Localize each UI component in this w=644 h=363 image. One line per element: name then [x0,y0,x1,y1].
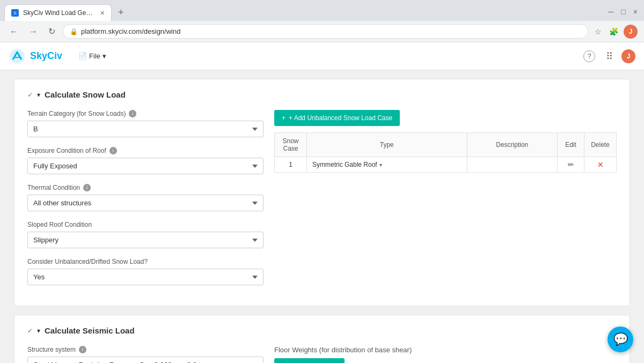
thermal-condition-group: Thermal Condition i All other structures [27,184,264,211]
exposure-condition-label: Exposure Condition of Roof i [27,147,264,154]
bookmark-button[interactable]: ☆ [592,25,604,38]
structure-system-select[interactable]: Steel Moment-Resisting Frames - Cₜ = 0.0… [27,357,264,363]
snow-section-toggle[interactable]: ✓ [27,91,33,99]
seismic-section-toggle[interactable]: ✓ [27,327,33,335]
type-col-header: Type [307,133,467,157]
svg-point-0 [10,49,25,64]
floor-weights-title: Floor Weights (for distribution of base … [274,346,617,354]
file-icon: 📄 [78,52,87,60]
terrain-info-icon[interactable]: i [129,110,136,117]
snow-case-row: 1 Symmetric Gable Roof ▾ ✏ [275,157,617,173]
seismic-form-left: Structure system i Steel Moment-Resistin… [27,346,264,363]
main-content: ✓ ▾ Calculate Snow Load Terrain Category… [5,70,639,363]
snow-load-section: ✓ ▾ Calculate Snow Load Terrain Category… [14,79,630,306]
edit-col-header: Edit [558,133,584,157]
terrain-category-label: Terrain Category (for Snow Loads) i [27,110,264,117]
add-snow-case-button[interactable]: + + Add Unbalanced Snow Load Case [274,110,400,126]
tab-close-button[interactable]: × [100,9,105,17]
unbalanced-snow-group: Consider Unbalanced/Drifted Snow Load? Y… [27,258,264,285]
tab-favicon: S [11,9,19,17]
sloped-roof-group: Sloped Roof Condition Slippery [27,221,264,248]
help-icon: ? [583,50,595,62]
sloped-roof-label: Sloped Roof Condition [27,221,264,228]
unbalanced-snow-select[interactable]: Yes [27,269,264,285]
snow-type-arrow-icon: ▾ [379,162,382,168]
seismic-section-header: ✓ ▾ Calculate Seismic Load [27,326,617,335]
maximize-button[interactable]: □ [619,5,627,18]
seismic-load-section: ✓ ▾ Calculate Seismic Load Structure sys… [14,315,630,363]
exposure-condition-group: Exposure Condition of Roof i Fully Expos… [27,147,264,174]
browser-tab[interactable]: S SkyCiv Wind Load Genera... × [4,4,112,21]
snow-case-edit-button[interactable]: ✏ [568,160,574,169]
snow-cases-table: Snow Case Type Description Edit Delete 1 [274,132,617,173]
add-snow-case-label: + Add Unbalanced Snow Load Case [289,114,392,122]
add-floor-button[interactable]: + + Add Floor Data [274,358,345,363]
header-right: ? ⠿ J [581,48,635,64]
delete-col-header: Delete [584,133,617,157]
structure-system-group: Structure system i Steel Moment-Resistin… [27,346,264,363]
apps-grid-button[interactable]: ⠿ [604,48,615,64]
skyciv-logo-icon [9,48,26,65]
seismic-form-right: Floor Weights (for distribution of base … [274,346,617,363]
file-menu-button[interactable]: 📄 File ▾ [73,49,112,63]
snow-case-edit-cell: ✏ [558,157,584,173]
exposure-condition-select[interactable]: Fully Exposed [27,158,264,174]
structure-system-info-icon[interactable]: i [79,346,86,353]
terrain-category-select[interactable]: B [27,121,264,137]
terrain-category-group: Terrain Category (for Snow Loads) i B [27,110,264,137]
snow-section-title: Calculate Snow Load [45,90,126,99]
address-text: platform.skyciv.com/design/wind [81,27,581,35]
seismic-section-title: Calculate Seismic Load [45,326,135,335]
app-header: SkyCiv 📄 File ▾ ? ⠿ J [0,42,644,70]
seismic-section-chevron[interactable]: ▾ [37,327,40,335]
snow-section-chevron[interactable]: ▾ [37,91,40,99]
thermal-condition-select[interactable]: All other structures [27,195,264,211]
seismic-form-container: Structure system i Steel Moment-Resistin… [27,346,617,363]
snow-type-dropdown[interactable]: Symmetric Gable Roof ▾ [312,161,462,168]
chat-button[interactable]: 💬 [608,327,633,352]
snow-form-container: Terrain Category (for Snow Loads) i B Ex… [27,110,617,295]
tab-title: SkyCiv Wind Load Genera... [23,9,96,17]
extensions-button[interactable]: 🧩 [607,25,620,38]
lock-icon: 🔒 [70,28,78,35]
snow-case-delete-cell: ✕ [584,157,617,173]
exposure-info-icon[interactable]: i [109,147,117,154]
forward-button[interactable]: → [26,25,41,39]
structure-system-label: Structure system i [27,346,264,353]
close-window-button[interactable]: × [631,5,640,18]
file-menu-label: File [89,52,100,60]
browser-profile-avatar[interactable]: J [624,25,638,39]
snow-case-delete-button[interactable]: ✕ [597,160,604,169]
thermal-condition-label: Thermal Condition i [27,184,264,191]
refresh-button[interactable]: ↻ [45,24,58,39]
file-menu-arrow: ▾ [103,52,106,60]
app-logo: SkyCiv [9,48,62,65]
help-button[interactable]: ? [581,48,597,64]
snow-case-col-header: Snow Case [275,133,307,157]
snow-case-number: 1 [275,157,307,173]
unbalanced-snow-label: Consider Unbalanced/Drifted Snow Load? [27,258,264,265]
address-bar[interactable]: 🔒 platform.skyciv.com/design/wind [63,24,588,39]
snow-section-header: ✓ ▾ Calculate Snow Load [27,90,617,99]
grid-icon: ⠿ [606,51,613,62]
back-button[interactable]: ← [6,25,21,39]
snow-case-description [467,157,557,173]
snow-form-left: Terrain Category (for Snow Loads) i B Ex… [27,110,264,295]
user-profile-avatar[interactable]: J [621,49,635,63]
thermal-info-icon[interactable]: i [83,184,91,191]
chat-icon: 💬 [613,332,628,346]
description-col-header: Description [467,133,557,157]
snow-case-type-cell: Symmetric Gable Roof ▾ [307,157,467,173]
add-snow-case-icon: + [282,114,286,122]
snow-type-label: Symmetric Gable Roof [312,161,377,168]
snow-form-right: + + Add Unbalanced Snow Load Case Snow C… [274,110,617,173]
new-tab-button[interactable]: + [114,5,128,20]
minimize-button[interactable]: ─ [606,5,616,18]
app-name: SkyCiv [30,50,62,62]
sloped-roof-select[interactable]: Slippery [27,232,264,248]
